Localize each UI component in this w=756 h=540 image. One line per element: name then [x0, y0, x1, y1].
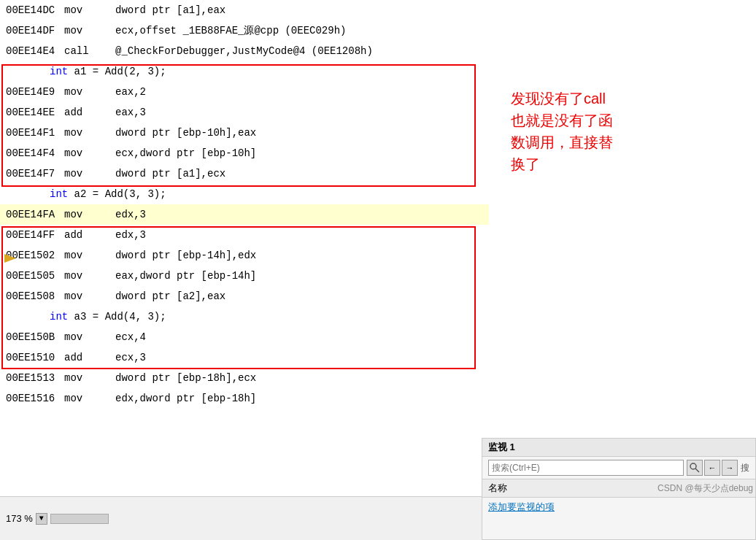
line-0b: 00EE150B mov ecx,4: [0, 327, 489, 347]
box1-line-ee: 00EE14EE add eax,3: [0, 102, 489, 123]
search-button[interactable]: [687, 460, 703, 476]
search-label-extra: 搜: [741, 462, 749, 474]
box1-line-e9: 00EE14E9 mov eax,2: [0, 82, 489, 102]
svg-point-1: [690, 463, 696, 469]
search-input[interactable]: [488, 460, 684, 476]
add-watch-item[interactable]: 添加要监视的项: [482, 498, 755, 517]
line-10: 00EE1510 add ecx,3: [0, 347, 489, 368]
svg-line-2: [695, 468, 699, 472]
box2-line-05: 00EE1505 mov eax,dword ptr [ebp-14h]: [0, 266, 489, 286]
annotation-text: 发现没有了call 也就是没有了函 数调用，直接替 换了: [511, 88, 722, 175]
line-a3-header: int a3 = Add(4, 3);: [0, 306, 489, 327]
svg-marker-0: [4, 254, 16, 263]
current-line-arrow: [3, 250, 20, 267]
box2-line-08: 00EE1508 mov dword ptr [a2],eax: [0, 286, 489, 306]
zoom-dropdown[interactable]: ▼: [36, 513, 47, 525]
line-13: 00EE1513 mov dword ptr [ebp-18h],ecx: [0, 368, 489, 388]
box1-header-line: int a1 = Add(2, 3);: [0, 61, 489, 82]
watermark: CSDN @每天少点debug: [657, 482, 753, 495]
box1-line-f1: 00EE14F1 mov dword ptr [ebp-10h],eax: [0, 123, 489, 143]
box1-line-f7: 00EE14F7 mov dword ptr [a1],ecx: [0, 163, 489, 184]
box2-line-02: 00EE1502 mov dword ptr [ebp-14h],edx: [0, 245, 489, 266]
search-bar: ← → 搜: [482, 457, 755, 479]
box1-line-f4: 00EE14F4 mov ecx,dword ptr [ebp-10h]: [0, 143, 489, 163]
box2-line-fa: 00EE14FA mov edx,3: [0, 204, 489, 225]
line-16: 00EE1516 mov edx,dword ptr [ebp-18h]: [0, 388, 489, 409]
box2-header-line: int a2 = Add(3, 3);: [0, 184, 489, 204]
horizontal-scrollbar[interactable]: [50, 514, 109, 524]
box2-line-ff: 00EE14FF add edx,3: [0, 225, 489, 245]
nav-forward-button[interactable]: →: [722, 460, 738, 476]
code-line-dc: 00EE14DC mov dword ptr [a1],eax: [0, 0, 489, 20]
search-icon: [690, 463, 700, 473]
watch-panel-title: 监视 1: [482, 439, 755, 457]
code-panel: 00EE14DC mov dword ptr [a1],eax 00EE14DF…: [0, 0, 489, 496]
zoom-level: 173 %: [6, 513, 33, 524]
code-line-e4: 00EE14E4 call @_CheckForDebugger,JustMyC…: [0, 41, 489, 61]
nav-back-button[interactable]: ←: [704, 460, 720, 476]
code-line-df: 00EE14DF mov ecx,offset _1EB88FAE_源@cpp …: [0, 20, 489, 41]
